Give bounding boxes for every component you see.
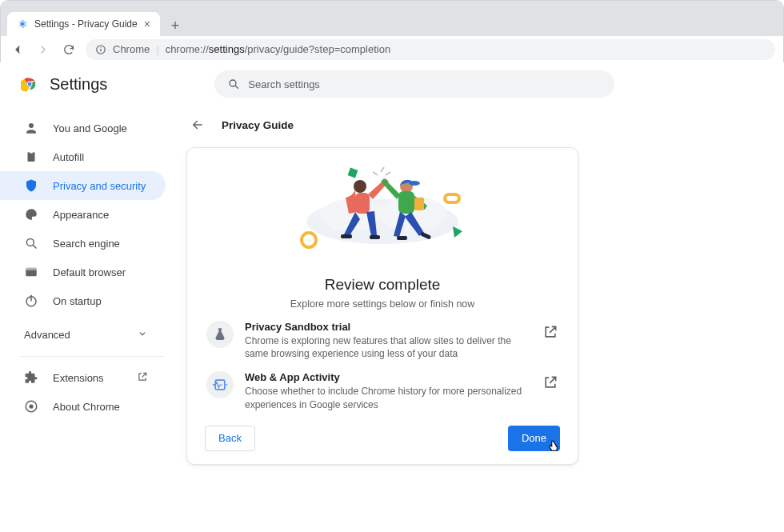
browser-tab[interactable]: Settings - Privacy Guide ×: [7, 12, 160, 36]
nav-back-button[interactable]: [9, 41, 26, 58]
power-icon: [24, 294, 38, 308]
svg-point-9: [29, 123, 34, 128]
sidebar-item-label: Privacy and security: [53, 180, 146, 192]
sidebar-divider: [19, 356, 164, 357]
sidebar-item-label: Autofill: [53, 151, 84, 163]
svg-point-19: [29, 404, 33, 408]
svg-point-26: [354, 180, 366, 193]
tab-title: Settings - Privacy Guide: [34, 18, 138, 30]
sidebar-item-label: Search engine: [53, 238, 120, 250]
chrome-logo-icon: [21, 75, 38, 93]
page-title: Privacy Guide: [222, 119, 294, 131]
search-placeholder: Search settings: [248, 78, 320, 90]
sidebar-item-default-browser[interactable]: Default browser: [0, 258, 166, 286]
option-desc: Chrome is exploring new features that al…: [245, 334, 531, 360]
close-icon[interactable]: ×: [144, 18, 150, 30]
sidebar-item-autofill[interactable]: Autofill: [0, 142, 166, 171]
settings-search[interactable]: Search settings: [214, 70, 614, 98]
flask-icon: [206, 321, 234, 348]
sidebar-item-privacy-security[interactable]: Privacy and security: [0, 171, 166, 200]
sidebar-item-appearance[interactable]: Appearance: [0, 200, 166, 229]
svg-rect-15: [26, 268, 37, 270]
option-web-app-activity[interactable]: Web & App Activity Choose whether to inc…: [205, 362, 560, 412]
sidebar-item-on-startup[interactable]: On startup: [0, 286, 166, 315]
address-bar[interactable]: Chrome | chrome://settings/privacy/guide…: [86, 39, 775, 60]
sidebar-item-label: Default browser: [53, 266, 126, 278]
activity-icon: [206, 371, 234, 398]
svg-rect-27: [355, 193, 370, 214]
sidebar-item-label: Appearance: [53, 209, 109, 221]
open-external-icon[interactable]: [542, 324, 558, 340]
svg-line-38: [373, 172, 378, 175]
completion-illustration: [205, 162, 560, 274]
puzzle-icon: [24, 370, 38, 385]
option-title: Web & App Activity: [245, 371, 531, 383]
option-privacy-sandbox[interactable]: Privacy Sandbox trial Chrome is explorin…: [205, 310, 560, 362]
svg-rect-2: [100, 48, 101, 51]
sidebar-item-extensions[interactable]: Extensions: [0, 363, 166, 392]
sidebar-item-label: About Chrome: [53, 401, 120, 413]
chevron-down-icon: [137, 328, 148, 342]
back-button-label: Back: [218, 432, 242, 444]
svg-rect-10: [28, 152, 35, 162]
option-title: Privacy Sandbox trial: [245, 321, 531, 333]
person-icon: [24, 121, 38, 135]
chrome-mono-icon: [24, 399, 38, 414]
page-header: Settings Search settings: [0, 62, 784, 102]
svg-line-13: [33, 245, 36, 248]
option-desc: Choose whether to include Chrome history…: [245, 385, 531, 410]
search-icon: [24, 236, 38, 250]
settings-page: Settings Search settings You and Google …: [0, 62, 784, 532]
sidebar: You and Google Autofill Privacy and secu…: [0, 102, 180, 532]
advanced-label: Advanced: [24, 329, 70, 341]
review-complete-sub: Explore more settings below or finish no…: [205, 298, 560, 310]
done-button-label: Done: [522, 432, 546, 444]
clipboard-icon: [24, 150, 38, 164]
sidebar-item-search-engine[interactable]: Search engine: [0, 229, 166, 258]
sidebar-item-label: You and Google: [53, 122, 127, 134]
palette-icon: [24, 207, 38, 222]
sidebar-advanced-toggle[interactable]: Advanced: [0, 320, 180, 350]
new-tab-button[interactable]: +: [165, 15, 186, 36]
review-complete-heading: Review complete: [205, 276, 560, 294]
gear-icon: [17, 18, 28, 30]
back-button[interactable]: Back: [205, 426, 255, 451]
svg-rect-29: [370, 235, 380, 239]
svg-rect-32: [398, 191, 414, 214]
svg-line-36: [381, 167, 384, 172]
app-title: Settings: [50, 75, 107, 94]
page-back-button[interactable]: [186, 114, 209, 136]
svg-point-31: [409, 181, 420, 186]
svg-rect-34: [397, 236, 407, 240]
main-content: Privacy Guide: [180, 102, 784, 532]
privacy-guide-card: Review complete Explore more settings be…: [186, 147, 578, 465]
omnibox-url: chrome://settings/privacy/guide?step=com…: [166, 43, 390, 55]
shield-icon: [24, 178, 38, 193]
open-external-icon: [137, 371, 148, 385]
reload-button[interactable]: [60, 41, 78, 58]
sidebar-item-label: On startup: [53, 295, 102, 307]
nav-forward-button: [34, 41, 52, 58]
open-external-icon[interactable]: [542, 374, 558, 390]
search-icon: [227, 78, 240, 90]
svg-line-37: [386, 172, 390, 175]
svg-marker-25: [453, 226, 462, 238]
svg-rect-28: [341, 234, 352, 238]
cursor-pointer-icon: [546, 439, 561, 454]
svg-line-8: [235, 86, 238, 88]
svg-rect-33: [414, 198, 424, 210]
sidebar-item-you-and-google[interactable]: You and Google: [0, 114, 166, 142]
window-bar: [1, 1, 783, 9]
svg-rect-3: [100, 46, 101, 47]
sidebar-item-about-chrome[interactable]: About Chrome: [0, 392, 166, 421]
done-button[interactable]: Done: [508, 426, 560, 451]
toolbar: Chrome | chrome://settings/privacy/guide…: [1, 36, 783, 63]
svg-rect-39: [218, 329, 222, 330]
sidebar-item-label: Extensions: [53, 372, 104, 384]
svg-rect-23: [348, 168, 358, 178]
browser-icon: [24, 265, 38, 279]
site-info-icon[interactable]: [95, 44, 106, 55]
svg-rect-24: [445, 194, 459, 202]
tab-strip: Settings - Privacy Guide × +: [1, 9, 783, 36]
omnibox-origin: Chrome: [113, 43, 150, 55]
